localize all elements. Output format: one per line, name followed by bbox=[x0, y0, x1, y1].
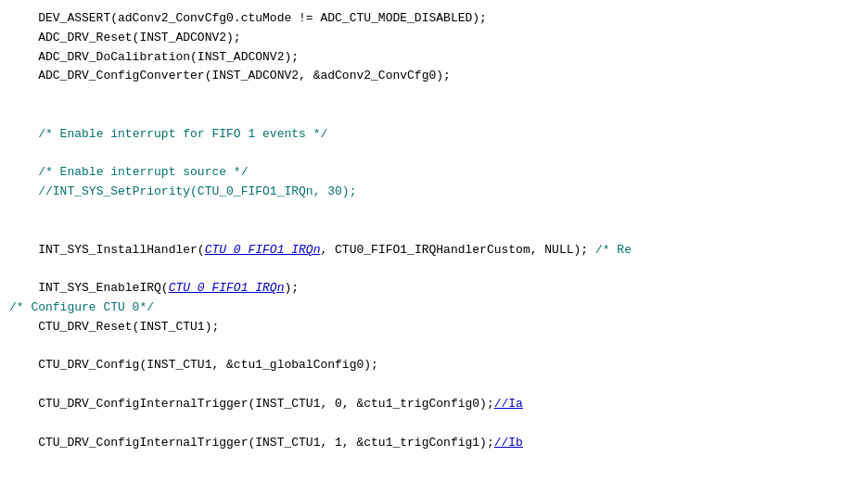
code-line: CTU_DRV_ConfigInternalTrigger(INST_CTU1,… bbox=[0, 434, 868, 453]
code-line: DEV_ASSERT(adConv2_ConvCfg0.ctuMode != A… bbox=[0, 9, 868, 29]
code-text: , CTU0_FIFO1_IRQHandlerCustom, NULL); bbox=[320, 241, 594, 260]
code-line bbox=[0, 260, 868, 279]
code-line bbox=[0, 145, 868, 164]
code-text: /* Re bbox=[595, 241, 632, 260]
code-text: CTU_0_FIFO1_IRQn bbox=[205, 241, 321, 260]
code-line: /* Configure CTU 0*/ bbox=[0, 298, 868, 318]
code-text: ADC_DRV_Reset(INST_ADCONV2); bbox=[9, 29, 241, 48]
code-line: ADC_DRV_ConfigConverter(INST_ADCONV2, &a… bbox=[0, 67, 868, 86]
code-text: /* Enable interrupt source */ bbox=[38, 163, 248, 183]
code-line bbox=[0, 222, 868, 241]
code-text: //Ia bbox=[494, 395, 523, 414]
code-line: CTU_DRV_Reset(INST_CTU1); bbox=[0, 318, 868, 337]
code-text bbox=[9, 125, 38, 145]
code-line bbox=[0, 202, 868, 222]
code-line: INT_SYS_EnableIRQ(CTU_0_FIFO1_IRQn); bbox=[0, 279, 868, 298]
code-line: /* Enable interrupt source */ bbox=[0, 163, 868, 183]
code-line bbox=[0, 414, 868, 434]
code-text: ADC_DRV_ConfigConverter(INST_ADCONV2, &a… bbox=[9, 67, 451, 86]
code-line bbox=[0, 375, 868, 395]
code-text: CTU_DRV_Reset(INST_CTU1); bbox=[9, 318, 219, 337]
code-text: //INT_SYS_SetPriority(CTU_0_FIFO1_IRQn, … bbox=[38, 183, 356, 202]
code-line: CTU_DRV_Config(INST_CTU1, &ctu1_globalCo… bbox=[0, 356, 868, 375]
code-line bbox=[0, 86, 868, 106]
code-text: CTU_0_FIFO1_IRQn bbox=[169, 279, 285, 298]
code-text: DEV_ASSERT(adConv2_ConvCfg0.ctuMode != A… bbox=[9, 9, 487, 29]
code-line: /* Enable interrupt for FIFO 1 events */ bbox=[0, 125, 868, 145]
code-text: ); bbox=[284, 279, 299, 298]
code-text: //Ib bbox=[494, 434, 523, 453]
code-text: CTU_DRV_ConfigInternalTrigger(INST_CTU1,… bbox=[9, 434, 494, 453]
code-text: /* Enable interrupt for FIFO 1 events */ bbox=[38, 125, 327, 145]
code-line bbox=[0, 337, 868, 357]
code-line: ADC_DRV_DoCalibration(INST_ADCONV2); bbox=[0, 48, 868, 68]
code-text bbox=[9, 163, 38, 183]
code-line: INT_SYS_InstallHandler(CTU_0_FIFO1_IRQn,… bbox=[0, 241, 868, 260]
code-line: ADC_DRV_Reset(INST_ADCONV2); bbox=[0, 29, 868, 48]
code-text: INT_SYS_EnableIRQ( bbox=[9, 279, 169, 298]
code-editor: DEV_ASSERT(adConv2_ConvCfg0.ctuMode != A… bbox=[0, 0, 868, 482]
code-text: CTU_DRV_Config(INST_CTU1, &ctu1_globalCo… bbox=[9, 356, 378, 375]
code-line bbox=[0, 106, 868, 125]
code-line: CTU_DRV_ConfigInternalTrigger(INST_CTU1,… bbox=[0, 395, 868, 414]
code-line: //INT_SYS_SetPriority(CTU_0_FIFO1_IRQn, … bbox=[0, 183, 868, 202]
code-text: ADC_DRV_DoCalibration(INST_ADCONV2); bbox=[9, 48, 299, 68]
code-text: CTU_DRV_ConfigInternalTrigger(INST_CTU1,… bbox=[9, 395, 494, 414]
code-text: INT_SYS_InstallHandler( bbox=[9, 241, 205, 260]
code-text bbox=[9, 183, 38, 202]
code-text: /* Configure CTU 0*/ bbox=[9, 298, 154, 318]
